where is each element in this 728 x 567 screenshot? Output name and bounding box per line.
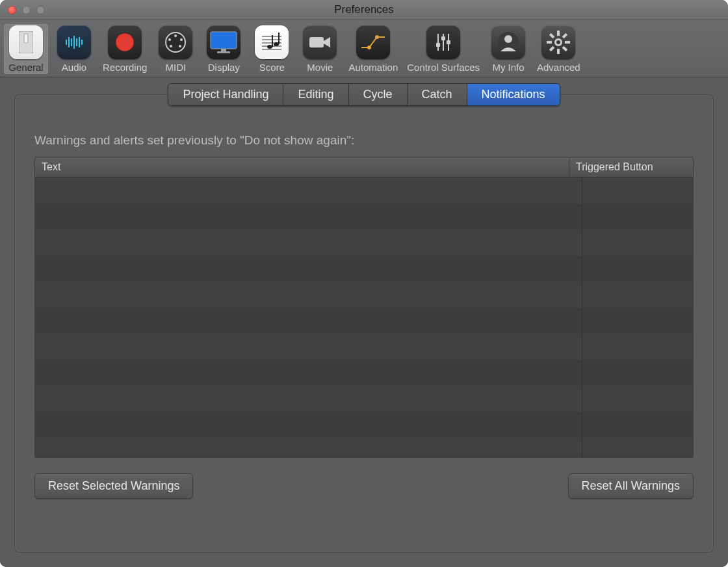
toolbar-movie[interactable]: Movie: [298, 24, 342, 74]
toolbar-score[interactable]: Score: [250, 24, 294, 74]
window-title: Preferences: [0, 3, 728, 16]
svg-point-17: [170, 45, 172, 47]
preferences-body: Project Handling Editing Cycle Catch Not…: [0, 77, 728, 567]
close-window-button[interactable]: [8, 6, 16, 14]
automation-icon: [356, 25, 390, 59]
svg-rect-32: [309, 37, 324, 47]
advanced-icon: [541, 25, 575, 59]
suppressed-warnings-table: Text Triggered Button: [34, 157, 694, 458]
svg-rect-44: [557, 31, 560, 36]
table-row: [35, 282, 693, 308]
toolbar-recording[interactable]: Recording: [100, 24, 150, 74]
table-row: [35, 360, 693, 386]
my-info-icon: [491, 25, 525, 59]
general-subtabs: Project Handling Editing Cycle Catch Not…: [168, 83, 560, 106]
svg-rect-51: [549, 33, 554, 38]
preferences-window: Preferences General: [0, 0, 728, 567]
tab-notifications[interactable]: Notifications: [467, 84, 560, 105]
toolbar-label: Score: [259, 62, 285, 73]
svg-rect-39: [441, 36, 445, 40]
table-row: [35, 308, 693, 334]
toolbar-label: My Info: [492, 62, 524, 73]
midi-icon: [159, 25, 192, 59]
toolbar-label: Automation: [348, 62, 398, 73]
minimize-window-button[interactable]: [22, 6, 31, 14]
svg-point-18: [179, 45, 181, 47]
svg-rect-38: [436, 43, 440, 47]
toolbar-label: Advanced: [537, 62, 580, 73]
svg-rect-19: [211, 32, 237, 49]
toolbar-label: Recording: [103, 62, 147, 73]
svg-rect-48: [557, 49, 560, 54]
table-row: [35, 230, 693, 256]
toolbar-control-surfaces[interactable]: Control Surfaces: [404, 24, 482, 74]
svg-rect-46: [565, 41, 570, 44]
movie-icon: [303, 25, 337, 59]
display-icon: [207, 25, 240, 59]
svg-point-28: [267, 45, 272, 49]
toolbar-label: Movie: [307, 62, 333, 73]
table-header: Text Triggered Button: [35, 157, 693, 178]
window-controls: [0, 6, 45, 14]
table-body[interactable]: [35, 178, 693, 457]
svg-rect-47: [562, 46, 567, 51]
toolbar-label: Display: [208, 62, 240, 73]
tab-project-handling[interactable]: Project Handling: [168, 84, 283, 105]
column-text[interactable]: Text: [35, 157, 569, 177]
toolbar-automation[interactable]: Automation: [346, 24, 400, 74]
svg-point-16: [180, 38, 183, 41]
svg-point-14: [174, 34, 177, 37]
svg-rect-21: [221, 49, 226, 51]
table-row: [35, 204, 693, 230]
reset-selected-warnings-button[interactable]: Reset Selected Warnings: [34, 473, 193, 499]
svg-rect-50: [547, 41, 552, 44]
section-description: Warnings and alerts set previously to "D…: [34, 133, 694, 148]
svg-rect-31: [278, 33, 280, 44]
table-row: [35, 334, 693, 360]
toolbar-audio[interactable]: Audio: [52, 24, 96, 74]
general-icon: [9, 25, 43, 59]
column-triggered-button[interactable]: Triggered Button: [569, 157, 693, 177]
svg-point-34: [375, 35, 379, 39]
toolbar-label: MIDI: [166, 62, 187, 73]
toolbar-midi[interactable]: MIDI: [153, 24, 198, 74]
tab-catch[interactable]: Catch: [408, 84, 467, 105]
toolbar-my-info[interactable]: My Info: [486, 24, 530, 74]
toolbar-display[interactable]: Display: [202, 24, 246, 74]
tab-editing[interactable]: Editing: [283, 84, 348, 105]
zoom-window-button[interactable]: [36, 6, 45, 14]
svg-rect-22: [217, 51, 230, 53]
reset-all-warnings-button[interactable]: Reset All Warnings: [568, 473, 694, 499]
svg-rect-45: [562, 33, 567, 38]
control-surfaces-icon: [426, 25, 460, 59]
table-row: [35, 412, 693, 438]
table-row: [35, 386, 693, 412]
score-icon: [255, 25, 289, 59]
svg-rect-1: [24, 34, 28, 43]
table-row: [35, 438, 693, 458]
general-panel: Project Handling Editing Cycle Catch Not…: [14, 94, 714, 553]
recording-icon: [108, 25, 142, 59]
svg-point-52: [556, 40, 560, 44]
svg-point-42: [504, 35, 512, 43]
audio-icon: [57, 25, 91, 59]
svg-point-33: [367, 46, 371, 49]
toolbar-label: General: [8, 62, 43, 73]
toolbar-label: Control Surfaces: [407, 62, 480, 73]
svg-point-30: [274, 42, 279, 46]
svg-point-15: [168, 38, 171, 41]
preferences-toolbar: General Audi: [0, 20, 728, 77]
svg-rect-40: [447, 40, 450, 44]
svg-rect-29: [272, 35, 273, 47]
toolbar-label: Audio: [62, 62, 86, 73]
table-row: [35, 178, 693, 204]
titlebar: Preferences: [0, 0, 728, 20]
toolbar-advanced[interactable]: Advanced: [534, 24, 583, 74]
toolbar-general[interactable]: General: [4, 24, 48, 74]
svg-rect-49: [549, 46, 554, 51]
panel-buttons: Reset Selected Warnings Reset All Warnin…: [34, 473, 694, 499]
tab-cycle[interactable]: Cycle: [349, 84, 408, 105]
table-row: [35, 256, 693, 282]
